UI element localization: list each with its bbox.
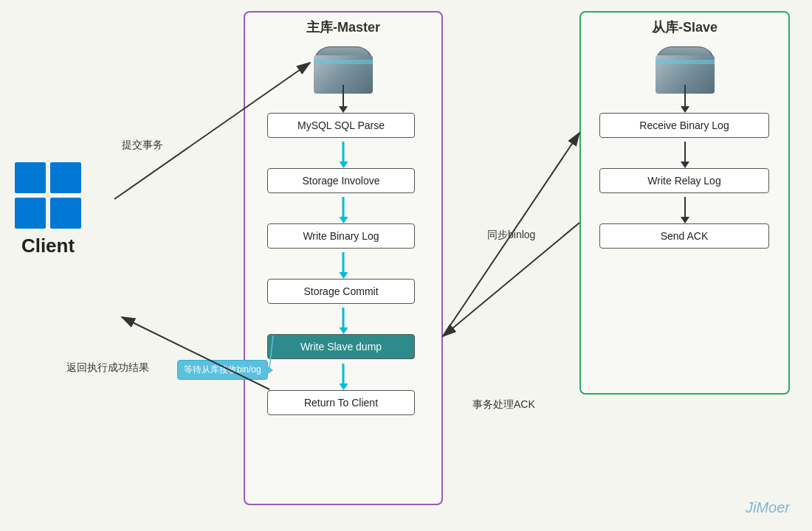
master-box: 主库-Master MySQL SQL Parse Storage Involo… [244, 11, 443, 505]
arrow-db-to-sqlparse [343, 85, 344, 107]
arrow-relay-to-ack [684, 197, 686, 218]
client-label: Client [21, 235, 75, 257]
master-title: 主库-Master [245, 13, 441, 39]
client-area: Client [15, 162, 81, 257]
flow-return-to-client: Return To Client [267, 390, 415, 415]
arrow-slave-db-to-receive [684, 85, 686, 107]
flow-write-binary-log: Write Binary Log [267, 223, 415, 249]
watermark: JiMoer [746, 499, 790, 516]
diagram-container: 主库-Master MySQL SQL Parse Storage Involo… [0, 0, 812, 531]
flow-receive-binary-log: Receive Binary Log [599, 113, 769, 138]
flow-send-ack: Send ACK [599, 223, 769, 249]
windows-logo [15, 162, 81, 229]
flow-storage-commit: Storage Commit [267, 279, 415, 304]
arrow-sqlparse-to-storage [343, 142, 345, 162]
arrow-receive-to-relay [684, 142, 686, 162]
arrow-binary-to-commit [343, 252, 345, 273]
arrow-slavedump-to-return [343, 364, 345, 384]
arrow-storage-to-binary [343, 197, 345, 218]
flow-write-slave-dump: Write Slave dump [267, 334, 415, 359]
slave-title: 从库-Slave [581, 13, 788, 39]
label-transaction-ack: 事务处理ACK [472, 398, 535, 412]
label-return-result: 返回执行成功结果 [66, 361, 149, 375]
flow-write-relay-log: Write Relay Log [599, 168, 769, 193]
label-submit-transaction: 提交事务 [122, 139, 163, 152]
slave-box: 从库-Slave Receive Binary Log Write Relay … [579, 11, 790, 395]
arrow-commit-to-slavedump [343, 308, 345, 328]
tooltip-wait-slave: 等待从库接收bin/og [177, 360, 268, 380]
flow-sql-parse: MySQL SQL Parse [267, 113, 415, 138]
label-sync-binlog: 同步binlog [487, 229, 535, 242]
flow-storage-involve: Storage Involove [267, 168, 415, 193]
